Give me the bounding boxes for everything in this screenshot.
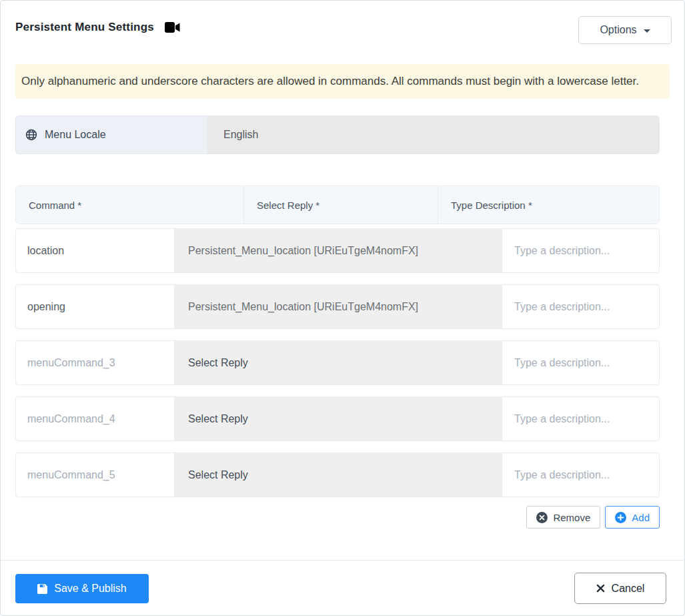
description-cell	[502, 453, 659, 497]
table-row: Select Reply	[15, 452, 660, 497]
description-input[interactable]	[502, 397, 659, 440]
menu-locale-label-text: Menu Locale	[45, 129, 106, 141]
page-title: Persistent Menu Settings	[15, 21, 154, 34]
close-icon	[596, 584, 605, 593]
command-rules-alert: Only alphanumeric and underscore charact…	[15, 64, 670, 99]
save-publish-button[interactable]: Save & Publish	[15, 574, 149, 603]
persistent-menu-settings-card: Persistent Menu Settings Options Only al…	[0, 0, 685, 616]
command-input[interactable]	[16, 453, 174, 497]
column-header-command: Command *	[16, 186, 243, 224]
add-circle-icon	[615, 512, 626, 523]
table-header: Command * Select Reply * Type Descriptio…	[15, 186, 660, 224]
description-input[interactable]	[502, 229, 659, 272]
select-reply-value: Select Reply	[188, 413, 248, 425]
column-header-type-description: Type Description *	[438, 186, 659, 224]
menu-locale-group: Menu Locale English	[15, 115, 660, 154]
command-input[interactable]	[16, 341, 174, 384]
command-cell	[16, 285, 175, 328]
select-reply-dropdown[interactable]: Select Reply	[175, 397, 502, 440]
video-camera-icon	[165, 22, 180, 33]
description-cell	[502, 229, 659, 272]
command-input[interactable]	[16, 285, 174, 328]
add-row-button[interactable]: Add	[605, 506, 660, 529]
select-reply-value: Persistent_Menu_location [URiEuTgeM4nomF…	[188, 245, 418, 257]
save-publish-label: Save & Publish	[54, 583, 127, 595]
description-cell	[502, 285, 659, 328]
description-cell	[502, 341, 659, 384]
command-input[interactable]	[16, 229, 174, 272]
options-button-label: Options	[600, 24, 636, 36]
add-button-label: Add	[632, 512, 650, 523]
command-rows: Persistent_Menu_location [URiEuTgeM4nomF…	[15, 228, 660, 509]
menu-locale-value: English	[207, 115, 660, 154]
description-input[interactable]	[502, 285, 659, 328]
menu-locale-label: Menu Locale	[15, 115, 207, 154]
select-reply-dropdown[interactable]: Persistent_Menu_location [URiEuTgeM4nomF…	[175, 285, 502, 328]
cancel-button[interactable]: Cancel	[574, 573, 666, 604]
description-input[interactable]	[502, 341, 659, 384]
select-reply-dropdown[interactable]: Select Reply	[175, 341, 502, 384]
select-reply-value: Persistent_Menu_location [URiEuTgeM4nomF…	[188, 301, 418, 313]
table-row: Select Reply	[15, 396, 660, 441]
save-icon	[37, 584, 47, 594]
menu-locale-value-text: English	[223, 129, 258, 141]
globe-icon	[25, 129, 37, 141]
header: Persistent Menu Settings	[15, 21, 180, 34]
description-cell	[502, 397, 659, 440]
row-actions: Remove Add	[526, 506, 660, 529]
command-cell	[16, 453, 175, 497]
table-row: Persistent_Menu_location [URiEuTgeM4nomF…	[15, 284, 660, 329]
column-header-select-reply: Select Reply *	[243, 186, 438, 224]
footer-divider	[1, 560, 684, 561]
cancel-button-label: Cancel	[612, 583, 645, 595]
command-cell	[16, 341, 175, 384]
remove-button-label: Remove	[553, 512, 590, 523]
command-input[interactable]	[16, 397, 174, 440]
alert-text: Only alphanumeric and underscore charact…	[21, 75, 639, 88]
description-input[interactable]	[502, 453, 659, 497]
select-reply-dropdown[interactable]: Persistent_Menu_location [URiEuTgeM4nomF…	[175, 229, 502, 272]
remove-row-button[interactable]: Remove	[526, 506, 600, 529]
chevron-down-icon	[644, 29, 650, 33]
remove-circle-icon	[536, 512, 548, 523]
table-row: Persistent_Menu_location [URiEuTgeM4nomF…	[15, 228, 660, 273]
table-row: Select Reply	[15, 340, 660, 385]
select-reply-value: Select Reply	[188, 357, 248, 369]
select-reply-value: Select Reply	[188, 469, 248, 481]
command-cell	[16, 397, 175, 440]
options-button[interactable]: Options	[578, 16, 672, 44]
select-reply-dropdown[interactable]: Select Reply	[175, 453, 502, 497]
command-cell	[16, 229, 175, 272]
